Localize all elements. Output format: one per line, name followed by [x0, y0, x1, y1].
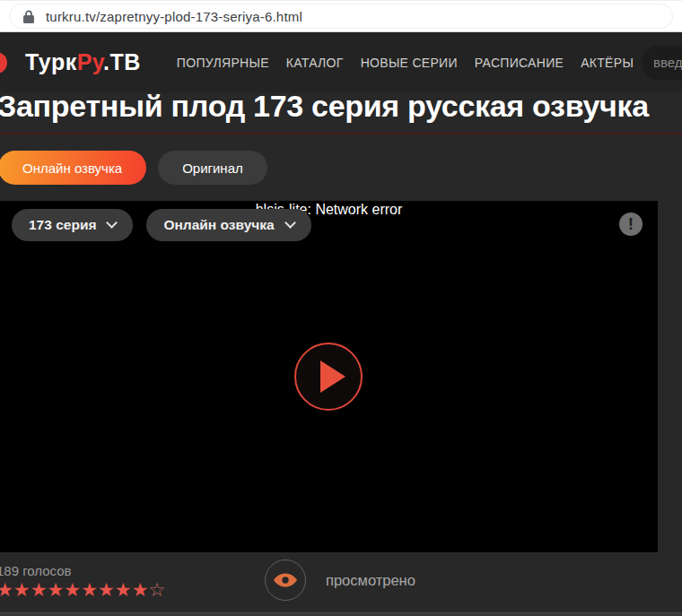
- star-filled-icon[interactable]: ★: [132, 579, 149, 600]
- nav-item-popular[interactable]: ПОПУЛЯРНЫЕ: [177, 56, 269, 70]
- watched-toggle[interactable]: [265, 560, 306, 601]
- voice-tabs: Онлайн озвучка Оригинал: [0, 151, 682, 185]
- title-divider: [0, 133, 682, 134]
- play-icon: [320, 360, 345, 393]
- star-filled-icon[interactable]: ★: [64, 579, 81, 600]
- eye-icon: [274, 573, 297, 587]
- star-filled-icon[interactable]: ★: [47, 579, 64, 600]
- watched-block: просмотрено: [265, 560, 415, 601]
- episode-select-label: 173 серия: [29, 217, 96, 233]
- player-controls: 173 серия Онлайн озвучка: [12, 209, 311, 241]
- episode-select[interactable]: 173 серия: [12, 209, 133, 241]
- screen: turkru.tv/zapretnyy-plod-173-seriya-6.ht…: [0, 0, 682, 616]
- bottom-divider: [0, 612, 682, 616]
- watched-label: просмотрено: [326, 572, 415, 589]
- url-text: turkru.tv/zapretnyy-plod-173-seriya-6.ht…: [46, 9, 302, 24]
- tab-online-voice[interactable]: Онлайн озвучка: [0, 151, 146, 185]
- nav-item-actors[interactable]: АКТЁРЫ: [581, 56, 634, 70]
- content: Запретный плод 173 серия русская озвучка…: [0, 86, 682, 613]
- tab-original[interactable]: Оригинал: [158, 151, 267, 185]
- voice-select-label: Онлайн озвучка: [163, 217, 274, 233]
- site-header: ТуркРу.ТВ ПОПУЛЯРНЫЕ КАТАЛОГ НОВЫЕ СЕРИИ…: [0, 32, 682, 92]
- star-filled-icon[interactable]: ★: [81, 579, 98, 600]
- nav-item-catalog[interactable]: КАТАЛОГ: [286, 56, 344, 70]
- main-nav: ПОПУЛЯРНЫЕ КАТАЛОГ НОВЫЕ СЕРИИ РАСПИСАНИ…: [177, 56, 634, 70]
- logo-circle-icon: [0, 52, 7, 74]
- star-filled-icon[interactable]: ★: [31, 579, 48, 600]
- alert-icon[interactable]: !: [619, 213, 643, 236]
- star-outline-icon[interactable]: ☆: [148, 579, 165, 600]
- browser-address-bar: turkru.tv/zapretnyy-plod-173-seriya-6.ht…: [0, 0, 682, 32]
- chevron-down-icon: [107, 217, 118, 229]
- nav-item-new-episodes[interactable]: НОВЫЕ СЕРИИ: [361, 56, 458, 70]
- star-filled-icon[interactable]: ★: [115, 579, 132, 600]
- star-filled-icon[interactable]: ★: [13, 579, 31, 600]
- star-filled-icon[interactable]: ★: [0, 579, 13, 600]
- address-input[interactable]: turkru.tv/zapretnyy-plod-173-seriya-6.ht…: [9, 4, 673, 29]
- star-filled-icon[interactable]: ★: [98, 579, 115, 600]
- logo-part2: Ру: [77, 49, 103, 74]
- meta-row: 189 голосов ★★★★★★★★★☆ просмотрено: [0, 552, 682, 613]
- voice-select[interactable]: Онлайн озвучка: [146, 209, 310, 241]
- logo-part3: .ТВ: [103, 49, 141, 74]
- search-input[interactable]: [642, 46, 682, 80]
- lock-icon: [23, 10, 34, 23]
- play-button[interactable]: [294, 343, 363, 411]
- logo-part1: Турк: [25, 49, 77, 74]
- site-logo[interactable]: ТуркРу.ТВ: [25, 49, 141, 75]
- chevron-down-icon: [284, 217, 296, 229]
- video-player[interactable]: hlsjs-lite: Network error 173 серия Онла…: [0, 201, 658, 552]
- nav-item-schedule[interactable]: РАСПИСАНИЕ: [475, 56, 564, 70]
